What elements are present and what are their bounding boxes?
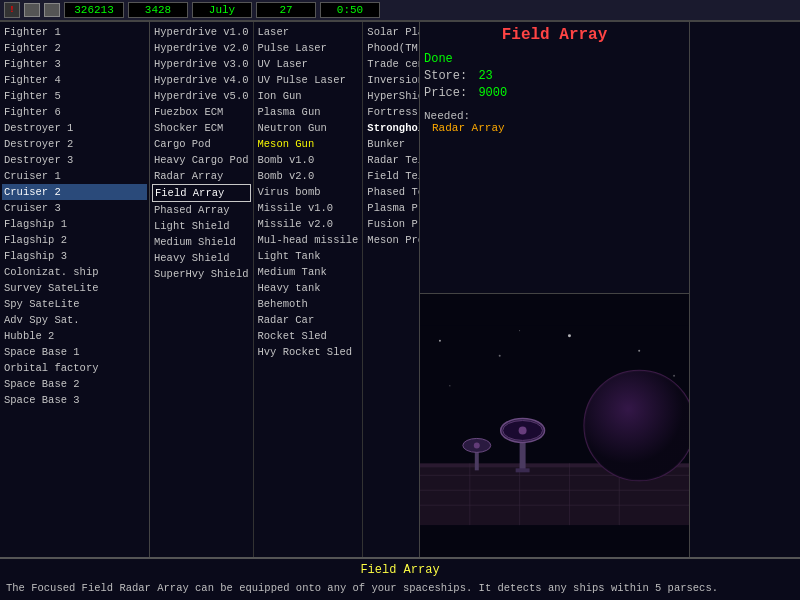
ship-item[interactable]: Cruiser 3: [2, 200, 147, 216]
space-scene-svg: [420, 294, 689, 557]
ship-item[interactable]: Space Base 1: [2, 344, 147, 360]
equipment-item[interactable]: Radar Telescope: [365, 152, 420, 168]
top-bar: ! 326213 3428 July 27 0:50: [0, 0, 800, 22]
ship-item[interactable]: Fighter 5: [2, 88, 147, 104]
equipment-col3: Solar PlantPhood(TM) FactoryTrade centre…: [363, 22, 420, 557]
equipment-item[interactable]: Radar Array: [152, 168, 251, 184]
equipment-item[interactable]: Bunker: [365, 136, 420, 152]
equipment-item[interactable]: Plasma Projector: [365, 200, 420, 216]
equipment-item[interactable]: Meson Gun: [256, 136, 361, 152]
equipment-item[interactable]: Hvy Rocket Sled: [256, 344, 361, 360]
ship-item[interactable]: Adv Spy Sat.: [2, 312, 147, 328]
equipment-item[interactable]: Trade centre: [365, 56, 420, 72]
prev-btn[interactable]: [24, 3, 40, 17]
equipment-item[interactable]: Hyperdrive v5.0: [152, 88, 251, 104]
price-label: Price:: [424, 86, 467, 100]
needed-section: Needed: Radar Array: [424, 110, 685, 134]
equipment-item[interactable]: UV Pulse Laser: [256, 72, 361, 88]
equipment-item[interactable]: Meson Projector: [365, 232, 420, 248]
equipment-item[interactable]: Pulse Laser: [256, 40, 361, 56]
ships-list: Fighter 1Fighter 2Fighter 3Fighter 4Figh…: [2, 24, 147, 408]
ship-item[interactable]: Destroyer 2: [2, 136, 147, 152]
equipment-item[interactable]: Stronghold: [365, 120, 420, 136]
equipment-item[interactable]: Radar Car: [256, 312, 361, 328]
item-title: Field Array: [424, 26, 685, 44]
production-stat: 3428: [128, 2, 188, 18]
ship-item[interactable]: Cruiser 2: [2, 184, 147, 200]
ship-item[interactable]: Destroyer 3: [2, 152, 147, 168]
price-value: 9000: [478, 86, 507, 100]
ship-item[interactable]: Flagship 1: [2, 216, 147, 232]
ship-item[interactable]: Cruiser 1: [2, 168, 147, 184]
equipment-item[interactable]: Bomb v2.0: [256, 168, 361, 184]
equipment-item[interactable]: Medium Shield: [152, 234, 251, 250]
equipment-item[interactable]: Heavy Cargo Pod: [152, 152, 251, 168]
svg-point-1: [439, 340, 441, 342]
equipment-item[interactable]: Missile v1.0: [256, 200, 361, 216]
equipment-item[interactable]: Missile v2.0: [256, 216, 361, 232]
needed-value: Radar Array: [432, 122, 685, 134]
equipment-item[interactable]: Fuezbox ECM: [152, 104, 251, 120]
equipment-item[interactable]: Heavy tank: [256, 280, 361, 296]
svg-point-2: [499, 355, 501, 357]
ship-item[interactable]: Fighter 6: [2, 104, 147, 120]
ship-item[interactable]: Flagship 3: [2, 248, 147, 264]
equipment-item[interactable]: Inversion Shield: [365, 72, 420, 88]
needed-label: Needed:: [424, 110, 685, 122]
store-row: Store: 23: [424, 69, 685, 83]
svg-rect-20: [516, 468, 530, 472]
done-label: Done: [424, 52, 453, 66]
equipment-item[interactable]: Fusion Projector: [365, 216, 420, 232]
equipment-item[interactable]: Virus bomb: [256, 184, 361, 200]
ship-item[interactable]: Space Base 2: [2, 376, 147, 392]
ship-item[interactable]: Survey SateLite: [2, 280, 147, 296]
equipment-item[interactable]: Heavy Shield: [152, 250, 251, 266]
space-image: [420, 294, 689, 557]
equipment-item[interactable]: Hyperdrive v1.0: [152, 24, 251, 40]
ship-item[interactable]: Hubble 2: [2, 328, 147, 344]
equipment-item[interactable]: Ion Gun: [256, 88, 361, 104]
ship-item[interactable]: Space Base 3: [2, 392, 147, 408]
equipment-item[interactable]: Medium Tank: [256, 264, 361, 280]
ship-item[interactable]: Colonizat. ship: [2, 264, 147, 280]
month-stat: July: [192, 2, 252, 18]
equipment-item[interactable]: Fortress: [365, 104, 420, 120]
next-btn[interactable]: [44, 3, 60, 17]
equipment-panel: Hyperdrive v1.0Hyperdrive v2.0Hyperdrive…: [150, 22, 420, 557]
equipment-item[interactable]: Mul-head missile: [256, 232, 361, 248]
equipment-item[interactable]: Phased Telescope: [365, 184, 420, 200]
ship-item[interactable]: Fighter 3: [2, 56, 147, 72]
equipment-item[interactable]: Solar Plant: [365, 24, 420, 40]
equipment-item[interactable]: Hyperdrive v3.0: [152, 56, 251, 72]
ship-item[interactable]: Spy SateLite: [2, 296, 147, 312]
description-title: Field Array: [6, 563, 794, 577]
equipment-item[interactable]: SuperHvy Shield: [152, 266, 251, 282]
equipment-item[interactable]: Phood(TM) Factory: [365, 40, 420, 56]
ship-item[interactable]: Fighter 1: [2, 24, 147, 40]
equipment-item[interactable]: Field Telescope: [365, 168, 420, 184]
ship-item[interactable]: Fighter 2: [2, 40, 147, 56]
equipment-item[interactable]: Neutron Gun: [256, 120, 361, 136]
equipment-item[interactable]: Field Array: [152, 184, 251, 202]
equipment-item[interactable]: HyperShield: [365, 88, 420, 104]
equipment-item[interactable]: Phased Array: [152, 202, 251, 218]
equipment-item[interactable]: Hyperdrive v4.0: [152, 72, 251, 88]
equipment-item[interactable]: Plasma Gun: [256, 104, 361, 120]
equipment-item[interactable]: Light Tank: [256, 248, 361, 264]
equipment-item[interactable]: Bomb v1.0: [256, 152, 361, 168]
equipment-item[interactable]: Hyperdrive v2.0: [152, 40, 251, 56]
equipment-item[interactable]: Rocket Sled: [256, 328, 361, 344]
ship-item[interactable]: Destroyer 1: [2, 120, 147, 136]
equipment-item[interactable]: UV Laser: [256, 56, 361, 72]
done-row: Done: [424, 52, 685, 66]
equipment-item[interactable]: Laser: [256, 24, 361, 40]
ship-item[interactable]: Flagship 2: [2, 232, 147, 248]
equipment-item[interactable]: Light Shield: [152, 218, 251, 234]
equipment-item[interactable]: Shocker ECM: [152, 120, 251, 136]
ship-item[interactable]: Orbital factory: [2, 360, 147, 376]
main-area: Fighter 1Fighter 2Fighter 3Fighter 4Figh…: [0, 22, 800, 557]
equipment-item[interactable]: Behemoth: [256, 296, 361, 312]
ship-item[interactable]: Fighter 4: [2, 72, 147, 88]
info-top: Field Array Done Store: 23 Price: 9000 N…: [420, 22, 689, 294]
equipment-item[interactable]: Cargo Pod: [152, 136, 251, 152]
